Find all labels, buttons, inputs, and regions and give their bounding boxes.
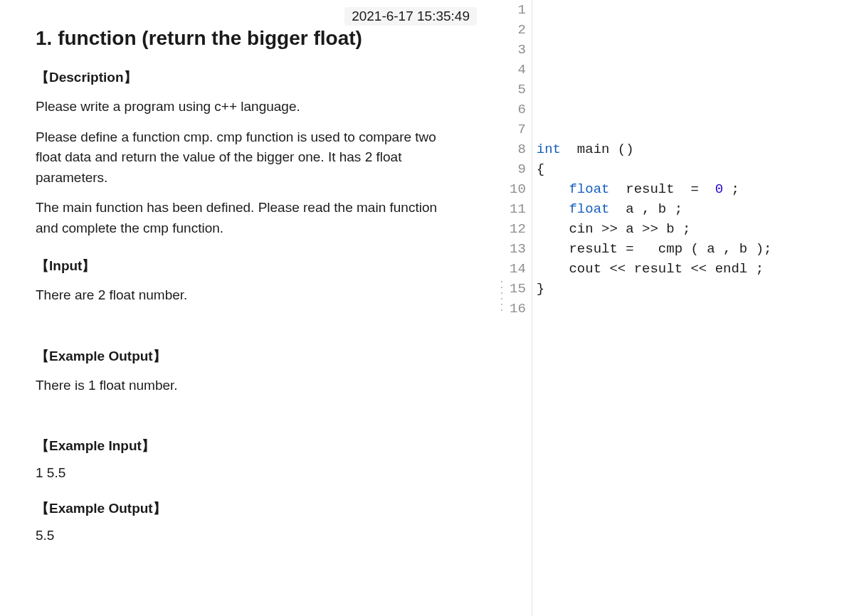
code-line-14[interactable]: cout << result << endl ;: [537, 261, 764, 277]
description-text-1: Please write a program using c++ languag…: [36, 97, 463, 117]
drag-handle-icon: [501, 281, 502, 311]
input-text: There are 2 float number.: [36, 285, 463, 306]
example-input-header: 【Example Input】: [36, 437, 463, 455]
example-output-text-1: There is 1 float number.: [36, 376, 463, 396]
code-line-13[interactable]: result = cmp ( a , b );: [537, 241, 772, 257]
example-output-header-1: 【Example Output】: [36, 347, 463, 366]
description-text-2: Please define a function cmp. cmp functi…: [36, 127, 463, 188]
example-input-value: 1 5.5: [36, 465, 463, 481]
description-text-3: The main function has been defined. Plea…: [36, 198, 463, 238]
line-number-gutter: 1 2 3 4 5 6 7 8 9 10 11 12 13 14 15 16: [505, 0, 532, 616]
example-output-value: 5.5: [36, 528, 463, 543]
problem-description-panel: 2021-6-17 15:35:49 1. function (return t…: [0, 0, 498, 616]
input-header: 【Input】: [36, 257, 463, 275]
code-editor-panel[interactable]: 1 2 3 4 5 6 7 8 9 10 11 12 13 14 15 16 i…: [505, 0, 854, 616]
code-line-11[interactable]: float a , b ;: [537, 201, 682, 217]
example-output-header-2: 【Example Output】: [36, 499, 463, 518]
code-line-15[interactable]: }: [537, 281, 544, 297]
code-line-9[interactable]: {: [537, 161, 544, 177]
problem-title: 1. function (return the bigger float): [36, 27, 463, 50]
code-line-10[interactable]: float result = 0 ;: [537, 181, 739, 197]
code-line-8[interactable]: int main (): [537, 142, 634, 157]
code-line-12[interactable]: cin >> a >> b ;: [537, 221, 691, 237]
timestamp-badge: 2021-6-17 15:35:49: [344, 7, 477, 26]
code-content[interactable]: int main () { float result = 0 ; float a…: [532, 0, 772, 616]
panel-resize-handle[interactable]: [498, 0, 505, 616]
description-header: 【Description】: [36, 68, 463, 87]
